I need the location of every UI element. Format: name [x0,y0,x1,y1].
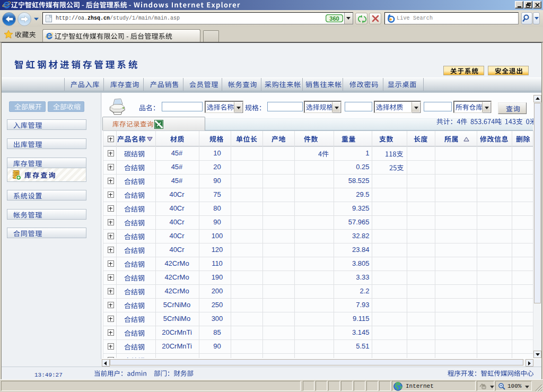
svg-text:360: 360 [329,15,339,22]
